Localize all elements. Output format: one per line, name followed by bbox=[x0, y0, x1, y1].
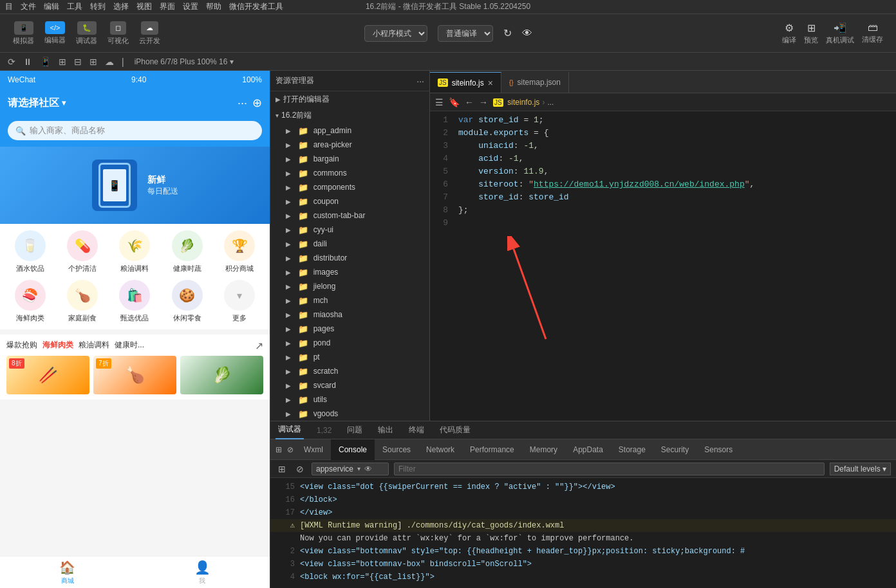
folder-pages[interactable]: ▶ 📁 pages bbox=[270, 322, 429, 336]
menu-item-file[interactable]: 文件 bbox=[21, 1, 36, 12]
plus-circle-icon[interactable]: ⊕ bbox=[252, 96, 262, 110]
visualize-btn[interactable]: ◻ bbox=[110, 21, 126, 35]
devtab-storage[interactable]: Storage bbox=[611, 439, 653, 460]
cat-item-huhu[interactable]: 💊 个护清洁 bbox=[59, 230, 106, 273]
folder-bargain[interactable]: ▶ 📁 bargain bbox=[270, 152, 429, 166]
console-filter-input[interactable] bbox=[394, 463, 825, 475]
folder-svcard[interactable]: ▶ 📁 svcard bbox=[270, 378, 429, 392]
compile-select[interactable]: 普通编译 bbox=[438, 25, 493, 42]
search-input[interactable]: 🔍 输入商家、商品名称 bbox=[8, 121, 262, 140]
code-content[interactable]: 1 var store_id = 1; 2 module.exports = {… bbox=[430, 111, 896, 421]
bookmark-btn[interactable]: 🔖 bbox=[449, 97, 460, 107]
dots-icon[interactable]: ··· bbox=[238, 96, 247, 110]
layout-btn[interactable]: ⊞ bbox=[56, 55, 69, 68]
menu-item-eye[interactable]: 目 bbox=[5, 1, 13, 12]
devtab-console[interactable]: Console bbox=[331, 439, 375, 460]
console-tab-output[interactable]: 输出 bbox=[375, 421, 396, 439]
folder-coupon[interactable]: ▶ 📁 coupon bbox=[270, 194, 429, 208]
simulator-btn[interactable]: 📱 bbox=[14, 21, 33, 35]
menu-item-edit[interactable]: 编辑 bbox=[44, 1, 59, 12]
folder-pond[interactable]: ▶ 📁 pond bbox=[270, 336, 429, 350]
grid-btn[interactable]: ⊞ bbox=[87, 55, 100, 68]
folder-app-admin[interactable]: ▶ 📁 app_admin bbox=[270, 124, 429, 138]
eye-show-icon[interactable]: 👁 bbox=[364, 464, 372, 473]
folder-commons[interactable]: ▶ 📁 commons bbox=[270, 166, 429, 180]
folder-daili[interactable]: ▶ 📁 daili bbox=[270, 237, 429, 251]
real-device-btn[interactable]: 📲 bbox=[834, 22, 846, 34]
folder-utils[interactable]: ▶ 📁 utils bbox=[270, 392, 429, 407]
folder-distributor[interactable]: ▶ 📁 distributor bbox=[270, 251, 429, 265]
folder-miaosha[interactable]: ▶ 📁 miaosha bbox=[270, 308, 429, 322]
open-editors-header[interactable]: ▶ 打开的编辑器 bbox=[270, 91, 429, 107]
close-icon[interactable]: × bbox=[488, 78, 493, 88]
hot-item-2[interactable]: 7折 🍗 bbox=[93, 356, 176, 394]
menu-item-view[interactable]: 视图 bbox=[136, 1, 152, 12]
cat-item-more[interactable]: ▾ 更多 bbox=[216, 280, 263, 323]
levels-dropdown[interactable]: Default levels ▾ bbox=[830, 463, 891, 475]
cache-btn[interactable]: 🗃 bbox=[868, 22, 878, 33]
cat-item-zhenxuan[interactable]: 🛍️ 甄选优品 bbox=[111, 280, 158, 323]
console-tab-issues[interactable]: 问题 bbox=[344, 421, 365, 439]
hot-item-3[interactable]: 🥬 bbox=[180, 356, 263, 394]
compile-btn[interactable]: ⚙ bbox=[785, 22, 794, 34]
menu-item-goto[interactable]: 转到 bbox=[90, 1, 106, 12]
devtab-appdata[interactable]: AppData bbox=[565, 439, 611, 460]
menu-item-interface[interactable]: 界面 bbox=[160, 1, 175, 12]
search-btn[interactable]: ⟳ bbox=[5, 55, 18, 68]
cat-item-jifen[interactable]: 🏆 积分商城 bbox=[216, 230, 263, 273]
folder-pt[interactable]: ▶ 📁 pt bbox=[270, 350, 429, 364]
cat-item-xiuxian[interactable]: 🍪 休闲零食 bbox=[163, 280, 210, 323]
cat-item-shucai[interactable]: 🥬 健康时蔬 bbox=[163, 230, 210, 273]
explorer-more-btn[interactable]: ··· bbox=[416, 76, 424, 86]
sidebar-toggle-btn[interactable]: ☰ bbox=[435, 97, 443, 107]
stop-btn[interactable]: ⏸ bbox=[21, 55, 35, 68]
devtab-performance[interactable]: Performance bbox=[462, 439, 522, 460]
share-icon[interactable]: ↗ bbox=[255, 340, 263, 352]
cat-item-haixian[interactable]: 🍣 海鲜肉类 bbox=[6, 280, 53, 323]
phone-btn[interactable]: 📱 bbox=[37, 55, 53, 68]
console-tab-terminal[interactable]: 终端 bbox=[406, 421, 427, 439]
console-tab-quality[interactable]: 代码质量 bbox=[437, 421, 473, 439]
folder-vgoods[interactable]: ▶ 📁 vgoods bbox=[270, 407, 429, 421]
devtools-disable-btn[interactable]: ⊘ bbox=[285, 444, 296, 455]
console-tab-debugger[interactable]: 调试器 bbox=[275, 421, 304, 439]
folder-mch[interactable]: ▶ 📁 mch bbox=[270, 293, 429, 308]
menu-item-select[interactable]: 选择 bbox=[113, 1, 129, 12]
tab-sitemap-json[interactable]: {} sitemap.json bbox=[501, 72, 569, 93]
cloud-small-btn[interactable]: ☁ bbox=[102, 55, 117, 68]
console-clear-btn[interactable]: ⊘ bbox=[294, 463, 306, 475]
qr-preview-btn[interactable]: ⊞ bbox=[807, 22, 816, 34]
appservice-selector[interactable]: appservice ▾ 👁 bbox=[312, 463, 389, 475]
split-btn[interactable]: ⊟ bbox=[71, 55, 84, 68]
forward-btn[interactable]: → bbox=[479, 97, 488, 107]
folder-components[interactable]: ▶ 📁 components bbox=[270, 180, 429, 194]
devtab-network[interactable]: Network bbox=[418, 439, 462, 460]
cat-item-jiating[interactable]: 🍗 家庭副食 bbox=[59, 280, 106, 323]
tab-siteinfo-js[interactable]: JS siteinfo.js × bbox=[430, 72, 501, 93]
folder-cyy-ui[interactable]: ▶ 📁 cyy-ui bbox=[270, 223, 429, 237]
menu-item-tools[interactable]: 工具 bbox=[67, 1, 82, 12]
devtools-left-btn[interactable]: ⊞ bbox=[273, 444, 285, 455]
devtab-sensors[interactable]: Sensors bbox=[696, 439, 740, 460]
devtab-security[interactable]: Security bbox=[653, 439, 696, 460]
folder-images[interactable]: ▶ 📁 images bbox=[270, 265, 429, 279]
editor-btn[interactable]: </> bbox=[45, 21, 66, 34]
sep-btn[interactable]: | bbox=[119, 55, 127, 68]
bnav-shop[interactable]: 🏠 商城 bbox=[59, 560, 75, 585]
menu-item-help[interactable]: 帮助 bbox=[206, 1, 221, 12]
folder-scratch[interactable]: ▶ 📁 scratch bbox=[270, 364, 429, 378]
menu-item-wechat[interactable]: 微信开发者工具 bbox=[229, 1, 283, 12]
refresh-btn[interactable]: ↻ bbox=[503, 27, 512, 39]
menu-item-settings[interactable]: 设置 bbox=[183, 1, 198, 12]
debugger-btn[interactable]: 🐛 bbox=[77, 21, 97, 35]
console-sidebar-btn[interactable]: ⊞ bbox=[275, 463, 288, 475]
mode-select[interactable]: 小程序模式 bbox=[364, 25, 427, 42]
cat-item-liangdao[interactable]: 🌾 粮油调料 bbox=[111, 230, 158, 273]
cloud-btn[interactable]: ☁ bbox=[141, 21, 158, 35]
devtab-sources[interactable]: Sources bbox=[375, 439, 418, 460]
root-folder-header[interactable]: ▾ 16.2前端 bbox=[270, 107, 429, 124]
bnav-me[interactable]: 👤 我 bbox=[194, 560, 210, 585]
devtab-wxml[interactable]: Wxml bbox=[296, 439, 331, 460]
back-btn[interactable]: ← bbox=[465, 97, 474, 107]
hot-item-1[interactable]: 8折 🥢 bbox=[6, 356, 89, 394]
